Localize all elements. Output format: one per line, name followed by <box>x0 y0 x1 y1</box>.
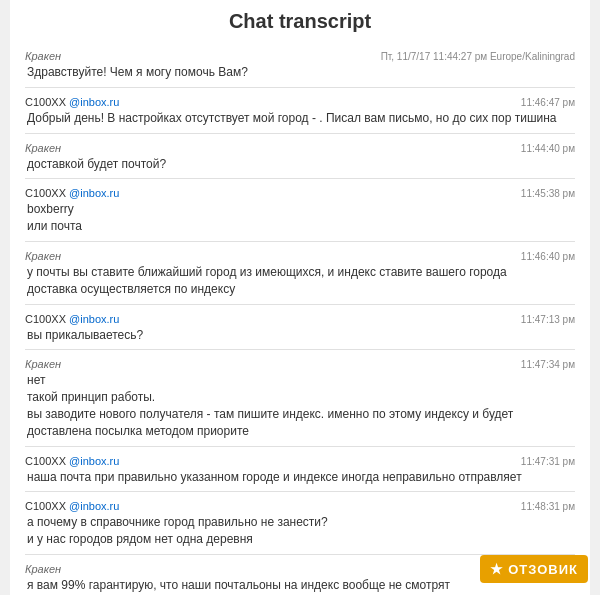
message-block: C100XX @inbox.ru11:46:47 рмДобрый день! … <box>25 96 575 134</box>
message-block: Кракен11:47:34 рмнет такой принцип работ… <box>25 358 575 446</box>
msg-body: Здравствуйте! Чем я могу помочь Вам? <box>25 64 575 81</box>
message-divider <box>25 178 575 179</box>
msg-time: 11:48:31 рм <box>521 501 575 512</box>
message-block: КракенПт, 11/7/17 11:44:27 рм Europe/Kal… <box>25 50 575 88</box>
msg-sender: C100XX @inbox.ru <box>25 455 119 467</box>
msg-header: КракенПт, 11/7/17 11:44:27 рм Europe/Kal… <box>25 50 575 62</box>
msg-sender: Кракен <box>25 358 61 370</box>
message-block: C100XX @inbox.ru11:45:38 рмboxberry или … <box>25 187 575 242</box>
message-block: Кракен11:44:40 рмдоставкой будет почтой? <box>25 142 575 180</box>
otzovik-logo: ★ ОТЗОВИК <box>480 555 588 583</box>
msg-body: наша почта при правильно указанном город… <box>25 469 575 486</box>
user-link[interactable]: @inbox.ru <box>69 455 119 467</box>
msg-body: вы прикалываетесь? <box>25 327 575 344</box>
user-link[interactable]: @inbox.ru <box>69 96 119 108</box>
msg-time: 11:44:40 рм <box>521 143 575 154</box>
msg-body: Добрый день! В настройках отсутствует мо… <box>25 110 575 127</box>
message-block: Кракен11:46:40 рму почты вы ставите ближ… <box>25 250 575 305</box>
page-title: Chat transcript <box>25 10 575 38</box>
msg-sender: Кракен <box>25 563 61 575</box>
message-divider <box>25 87 575 88</box>
msg-body: а почему в справочнике город правильно н… <box>25 514 575 548</box>
message-divider <box>25 241 575 242</box>
message-divider <box>25 491 575 492</box>
message-divider <box>25 304 575 305</box>
msg-header: Кракен11:46:40 рм <box>25 250 575 262</box>
logo-text: ОТЗОВИК <box>508 562 578 577</box>
msg-time: 11:45:38 рм <box>521 188 575 199</box>
msg-header: Кракен11:44:40 рм <box>25 142 575 154</box>
msg-sender: Кракен <box>25 250 61 262</box>
user-link[interactable]: @inbox.ru <box>69 500 119 512</box>
msg-header: C100XX @inbox.ru11:46:47 рм <box>25 96 575 108</box>
msg-body: доставкой будет почтой? <box>25 156 575 173</box>
messages-container: КракенПт, 11/7/17 11:44:27 рм Europe/Kal… <box>25 50 575 595</box>
msg-sender: C100XX @inbox.ru <box>25 187 119 199</box>
msg-header: C100XX @inbox.ru11:47:31 рм <box>25 455 575 467</box>
msg-body: нет такой принцип работы. вы заводите но… <box>25 372 575 439</box>
msg-time: 11:47:34 рм <box>521 359 575 370</box>
message-block: C100XX @inbox.ru11:48:31 рма почему в сп… <box>25 500 575 555</box>
msg-header: C100XX @inbox.ru11:48:31 рм <box>25 500 575 512</box>
user-link[interactable]: @inbox.ru <box>69 313 119 325</box>
msg-time: 11:46:40 рм <box>521 251 575 262</box>
user-link[interactable]: @inbox.ru <box>69 187 119 199</box>
msg-time: 11:47:13 рм <box>521 314 575 325</box>
msg-sender: Кракен <box>25 142 61 154</box>
msg-sender: Кракен <box>25 50 61 62</box>
msg-header: C100XX @inbox.ru11:47:13 рм <box>25 313 575 325</box>
msg-header: C100XX @inbox.ru11:45:38 рм <box>25 187 575 199</box>
message-divider <box>25 446 575 447</box>
star-icon: ★ <box>490 561 504 577</box>
msg-sender: C100XX @inbox.ru <box>25 96 119 108</box>
msg-header: Кракен11:47:34 рм <box>25 358 575 370</box>
message-block: C100XX @inbox.ru11:47:31 рмнаша почта пр… <box>25 455 575 493</box>
message-block: C100XX @inbox.ru11:47:13 рмвы прикалывае… <box>25 313 575 351</box>
msg-body: у почты вы ставите ближайший город из им… <box>25 264 575 298</box>
message-divider <box>25 133 575 134</box>
message-divider <box>25 349 575 350</box>
msg-time: 11:46:47 рм <box>521 97 575 108</box>
msg-sender: C100XX @inbox.ru <box>25 313 119 325</box>
msg-body: boxberry или почта <box>25 201 575 235</box>
msg-time: Пт, 11/7/17 11:44:27 рм Europe/Kaliningr… <box>381 51 575 62</box>
msg-time: 11:47:31 рм <box>521 456 575 467</box>
msg-sender: C100XX @inbox.ru <box>25 500 119 512</box>
page-wrapper: Chat transcript КракенПт, 11/7/17 11:44:… <box>10 0 590 595</box>
